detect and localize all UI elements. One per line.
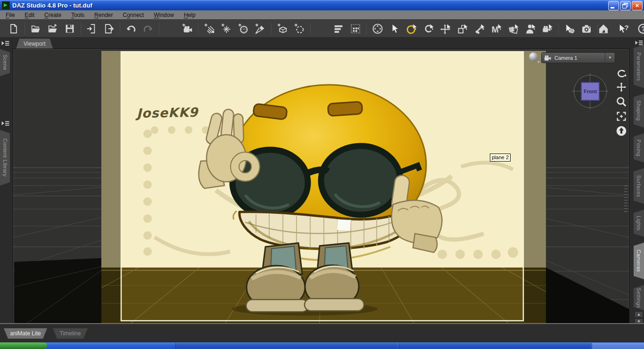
tab-cameras[interactable]: Cameras: [634, 243, 644, 279]
camera-selector[interactable]: Camera 1 ▼: [541, 52, 615, 63]
menubar: FileEditCreateToolsRenderConnectWindowHe…: [0, 10, 644, 20]
geometry-tool-icon[interactable]: M: [491, 23, 502, 34]
new-distant-light-icon[interactable]: [204, 23, 215, 34]
tab-settings[interactable]: Settings: [634, 285, 644, 310]
drawstyle-selector[interactable]: ▼: [529, 52, 539, 63]
taskbar-task-button[interactable]: [399, 343, 591, 349]
daz-studio-window: DAZ Studio 4.8 Pro - tut.duf × FileEditC…: [0, 0, 644, 349]
tab-lights[interactable]: Lights: [634, 210, 644, 237]
taskbar-task-button-active[interactable]: [592, 343, 644, 349]
surface-selection-tool-icon[interactable]: [508, 23, 519, 34]
nav-cube-front-face[interactable]: Front: [581, 82, 600, 101]
pane-menu-icon[interactable]: [1, 120, 10, 127]
tab-parameters[interactable]: Parameters: [634, 45, 644, 88]
tab-timeline[interactable]: Timeline: [53, 328, 88, 339]
minimize-button[interactable]: [608, 1, 619, 10]
export-file-icon[interactable]: [103, 23, 115, 34]
tool-settings-icon[interactable]: [564, 23, 575, 34]
viewport-nav-icon[interactable]: [372, 23, 383, 34]
node-selection-icon[interactable]: [389, 23, 400, 34]
zoom-camera-icon[interactable]: [616, 96, 627, 107]
svg-text:?: ?: [624, 24, 628, 32]
reset-camera-icon[interactable]: [616, 125, 627, 137]
help-icon[interactable]: ?: [637, 23, 644, 34]
tab-animate-lite[interactable]: aniMate Lite: [4, 328, 47, 339]
new-file-icon[interactable]: [8, 23, 19, 34]
figure-selection-tool-icon[interactable]: [525, 23, 536, 34]
menu-render[interactable]: Render: [92, 11, 115, 19]
tab-surfaces[interactable]: Surfaces: [634, 168, 644, 204]
daz-home-icon[interactable]: [598, 23, 609, 34]
new-linear-point-light-icon[interactable]: [238, 23, 249, 34]
menu-connect[interactable]: Connect: [121, 11, 146, 19]
taskbar-task-button[interactable]: [175, 343, 397, 349]
chevron-down-icon: ▼: [537, 60, 540, 64]
node-tooltip: plane 2: [490, 154, 511, 162]
new-camera-icon[interactable]: [182, 23, 193, 34]
scale-tool-icon[interactable]: [457, 23, 468, 34]
chevron-down-icon: ▼: [605, 53, 615, 63]
joint-editor-tool-icon[interactable]: [474, 23, 485, 34]
dock-splitter-grip[interactable]: [624, 186, 627, 212]
orbit-camera-icon[interactable]: [616, 67, 627, 78]
titlebar: DAZ Studio 4.8 Pro - tut.duf ×: [0, 0, 644, 10]
pan-camera-icon[interactable]: [616, 81, 627, 93]
pane-menu-icon[interactable]: [635, 40, 644, 46]
camera-selection-tool-icon[interactable]: [542, 23, 553, 34]
svg-text:M: M: [492, 24, 499, 34]
undo-icon[interactable]: [125, 23, 137, 34]
tab-content-library[interactable]: Content Library: [0, 130, 10, 186]
toolbar: M??: [0, 20, 644, 38]
tab-shaping[interactable]: Shaping: [634, 94, 644, 128]
import-file-icon[interactable]: [86, 23, 98, 34]
viewport-3d[interactable]: JoseKK9: [13, 49, 629, 324]
new-point-light-icon[interactable]: [221, 23, 232, 34]
close-button[interactable]: ×: [632, 1, 643, 10]
orbit-tool-icon[interactable]: [406, 23, 417, 34]
pane-menu-icon[interactable]: [1, 40, 10, 47]
scene-navigator-icon[interactable]: [333, 23, 344, 34]
open-file-icon[interactable]: [30, 23, 41, 34]
tab-scene[interactable]: Scene: [0, 49, 10, 76]
camera-selector-value: Camera 1: [554, 55, 605, 61]
save-file-icon[interactable]: [64, 23, 75, 34]
viewport-pane-menu-icon[interactable]: [620, 40, 629, 47]
new-spotlight-icon[interactable]: [255, 23, 266, 34]
svg-text:?: ?: [641, 25, 644, 32]
start-button[interactable]: [0, 342, 47, 349]
app-logo-icon: [2, 1, 10, 9]
menu-create[interactable]: Create: [42, 11, 63, 19]
render-icon[interactable]: [581, 23, 592, 34]
menu-help[interactable]: Help: [182, 11, 198, 19]
menu-tools[interactable]: Tools: [69, 11, 86, 19]
viewport-camera-tools: [616, 67, 628, 137]
redo-icon[interactable]: [142, 23, 154, 34]
windows-taskbar: [0, 342, 644, 349]
merge-file-icon[interactable]: [47, 23, 58, 34]
menu-edit[interactable]: Edit: [23, 11, 36, 19]
tab-scroll-up[interactable]: ▲: [635, 311, 643, 317]
tab-posing[interactable]: Posing: [634, 133, 644, 162]
camera-icon: [544, 55, 553, 61]
menu-file[interactable]: File: [4, 11, 17, 19]
translate-tool-icon[interactable]: [440, 23, 451, 34]
frame-camera-icon[interactable]: [616, 111, 627, 122]
bottom-pane-menu-icon[interactable]: [635, 330, 644, 336]
rotate-tool-icon[interactable]: [423, 23, 434, 34]
scene-canvas: JoseKK9: [13, 49, 629, 323]
tab-viewport[interactable]: Viewport: [16, 39, 53, 49]
menu-window[interactable]: Window: [152, 11, 176, 19]
window-title: DAZ Studio 4.8 Pro - tut.duf: [12, 2, 92, 9]
whats-this-icon[interactable]: ?: [618, 23, 629, 34]
restore-button[interactable]: [620, 1, 631, 10]
new-primitive-icon[interactable]: [277, 23, 288, 34]
viewport-options-icon[interactable]: [617, 53, 626, 60]
backdrop-signature: JoseKK9: [135, 105, 199, 121]
bottom-dock: [0, 323, 644, 342]
view-navigation-cube[interactable]: Front: [572, 73, 608, 109]
new-null-icon[interactable]: [294, 23, 305, 34]
aim-grid-icon[interactable]: [350, 23, 361, 34]
